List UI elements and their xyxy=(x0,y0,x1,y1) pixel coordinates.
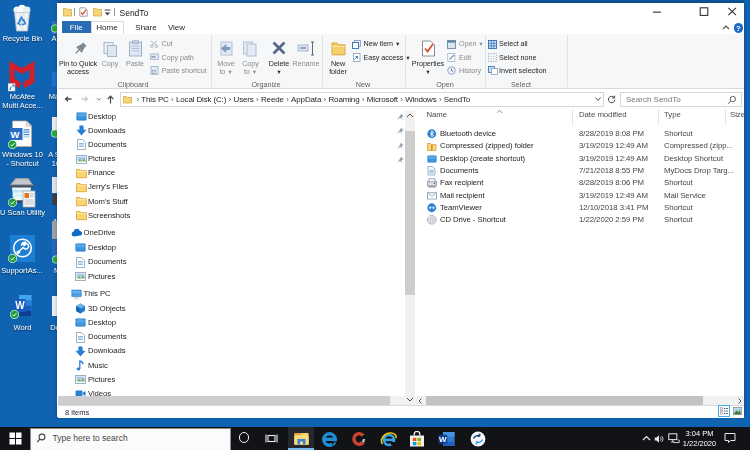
svg-text:W: W xyxy=(439,435,447,444)
svg-text:W: W xyxy=(11,129,20,140)
